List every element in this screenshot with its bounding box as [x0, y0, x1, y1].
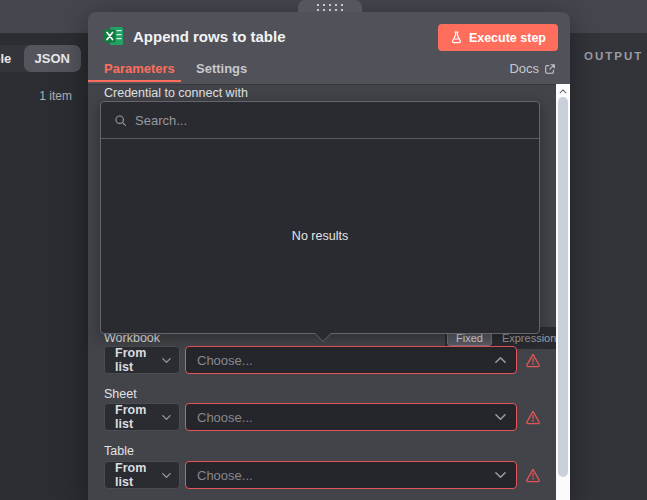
dropdown-search-input[interactable]	[135, 113, 526, 128]
active-tab-underline	[88, 80, 181, 82]
flask-icon	[450, 31, 463, 44]
input-panel-background: Table JSON 1 item	[0, 33, 88, 500]
tab-settings[interactable]: Settings	[196, 61, 247, 76]
resource-dropdown-popover: No results	[100, 101, 540, 334]
chevron-down-icon	[162, 472, 171, 479]
credential-label: Credential to connect with	[104, 86, 248, 100]
scrollbar-thumb[interactable]	[558, 97, 568, 477]
node-details-modal: Append rows to table Execute step Parame…	[88, 12, 570, 500]
modal-scrollbar-track[interactable]	[556, 84, 570, 500]
chevron-up-icon	[559, 89, 567, 94]
app-screen: Table JSON 1 item OUTPUT	[0, 0, 647, 500]
sheet-choose-placeholder: Choose...	[197, 410, 253, 425]
no-results-message: No results	[292, 229, 348, 243]
workbook-choose-placeholder: Choose...	[197, 353, 253, 368]
external-link-icon	[544, 63, 556, 75]
table-mode-select[interactable]: From list	[104, 461, 180, 489]
docs-label: Docs	[509, 61, 539, 76]
popover-arrow	[315, 333, 331, 341]
dropdown-search-row	[101, 102, 539, 139]
sheet-row: From list Choose...	[104, 403, 541, 431]
output-panel-title: OUTPUT	[584, 50, 643, 62]
workbook-choose-select[interactable]: Choose...	[185, 346, 517, 374]
chevron-down-icon	[162, 414, 171, 421]
search-icon	[114, 114, 127, 127]
output-panel-background: OUTPUT	[570, 33, 647, 500]
sheet-choose-select[interactable]: Choose...	[185, 403, 517, 431]
tab-json[interactable]: JSON	[24, 45, 82, 72]
chevron-down-icon	[162, 357, 171, 364]
chevron-up-icon	[495, 356, 506, 364]
table-choose-select[interactable]: Choose...	[185, 461, 517, 489]
docs-link[interactable]: Docs	[509, 61, 556, 76]
workbook-mode-select[interactable]: From list	[104, 346, 180, 374]
chevron-down-icon	[495, 413, 506, 421]
workbook-mode-value: From list	[115, 346, 162, 374]
table-warning-icon	[525, 467, 541, 483]
scrollbar-up-button[interactable]	[556, 85, 570, 97]
workbook-warning-icon	[525, 352, 541, 368]
execute-step-label: Execute step	[469, 31, 546, 45]
sheet-label: Sheet	[104, 387, 137, 401]
display-mode-toggle: Table JSON	[0, 45, 81, 72]
execute-step-button[interactable]: Execute step	[438, 24, 558, 51]
tab-table[interactable]: Table	[0, 45, 24, 72]
table-choose-placeholder: Choose...	[197, 468, 253, 483]
parameters-body: Credential to connect with Workbook ⋮ Fi…	[88, 84, 570, 500]
item-count: 1 item	[0, 89, 72, 103]
chevron-down-icon	[495, 471, 506, 479]
tab-parameters[interactable]: Parameters	[104, 61, 175, 76]
dropdown-results-area: No results	[101, 139, 539, 333]
sheet-mode-select[interactable]: From list	[104, 403, 180, 431]
sheet-mode-value: From list	[115, 403, 162, 431]
table-label: Table	[104, 444, 134, 458]
table-row: From list Choose...	[104, 461, 541, 489]
table-mode-value: From list	[115, 461, 162, 489]
excel-node-icon	[104, 26, 124, 46]
modal-header: Append rows to table Execute step Parame…	[88, 12, 570, 84]
sheet-warning-icon	[525, 409, 541, 425]
workbook-row: From list Choose...	[104, 346, 541, 374]
node-title: Append rows to table	[133, 28, 286, 45]
